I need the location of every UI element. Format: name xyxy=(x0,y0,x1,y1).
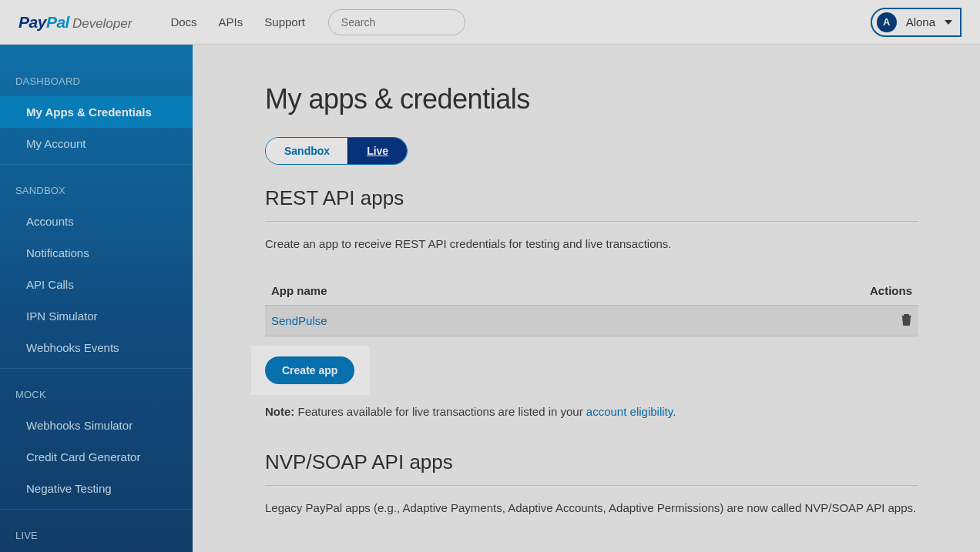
sidebar-item-api-calls[interactable]: API Calls xyxy=(0,269,193,300)
sidebar-item-my-apps[interactable]: My Apps & Credentials xyxy=(0,96,193,128)
sidebar-heading-sandbox: SANDBOX xyxy=(0,169,193,206)
main-content: My apps & credentials Sandbox Live REST … xyxy=(193,45,980,552)
sidebar-divider xyxy=(0,164,193,165)
col-app-name: App name xyxy=(265,276,628,306)
top-header: PayPal Developer Docs APIs Support A Alo… xyxy=(0,0,980,45)
col-actions: Actions xyxy=(628,276,918,306)
create-app-button[interactable]: Create app xyxy=(265,356,354,384)
sidebar-heading-live: LIVE xyxy=(0,514,193,550)
sidebar-item-accounts[interactable]: Accounts xyxy=(0,206,193,237)
trash-icon[interactable] xyxy=(901,313,912,328)
chevron-down-icon xyxy=(945,20,952,25)
logo-suffix: Developer xyxy=(72,16,133,32)
sidebar: DASHBOARD My Apps & Credentials My Accou… xyxy=(0,45,193,552)
account-eligibility-link[interactable]: account eligibility xyxy=(586,405,673,418)
sidebar-item-negative-testing[interactable]: Negative Testing xyxy=(0,473,193,504)
nvp-soap-desc: Legacy PayPal apps (e.g., Adaptive Payme… xyxy=(265,500,918,517)
nvp-soap-title: NVP/SOAP API apps xyxy=(265,450,918,486)
search-input[interactable] xyxy=(328,9,465,35)
sidebar-heading-dashboard: DASHBOARD xyxy=(0,60,193,96)
rest-api-title: REST API apps xyxy=(265,186,918,222)
apps-table: App name Actions SendPulse xyxy=(265,276,918,336)
sidebar-heading-mock: MOCK xyxy=(0,373,193,410)
user-name: Alona xyxy=(906,15,935,28)
note-prefix: Note: xyxy=(265,405,294,418)
sidebar-item-ipn-simulator[interactable]: IPN Simulator xyxy=(0,300,193,332)
sidebar-divider xyxy=(0,509,193,510)
nav-apis[interactable]: APIs xyxy=(219,15,243,28)
note-body: Features available for live transactions… xyxy=(294,405,586,418)
rest-api-desc: Create an app to receive REST API creden… xyxy=(265,236,918,253)
user-menu[interactable]: A Alona xyxy=(871,8,962,37)
create-app-highlight: Create app xyxy=(251,346,370,395)
sidebar-item-my-account[interactable]: My Account xyxy=(0,128,193,159)
app-link-sendpulse[interactable]: SendPulse xyxy=(271,314,327,327)
logo[interactable]: PayPal Developer xyxy=(18,13,132,32)
logo-part-2: Pal xyxy=(46,13,69,31)
nav-support[interactable]: Support xyxy=(264,15,305,28)
sidebar-item-credit-card-generator[interactable]: Credit Card Generator xyxy=(0,441,193,473)
table-row: SendPulse xyxy=(265,305,918,336)
top-nav: Docs APIs Support xyxy=(170,15,304,28)
logo-mark: PayPal xyxy=(18,13,69,32)
search-wrap xyxy=(328,9,465,35)
toggle-sandbox[interactable]: Sandbox xyxy=(266,138,348,164)
env-toggle: Sandbox Live xyxy=(265,137,408,165)
toggle-live[interactable]: Live xyxy=(348,138,407,164)
sidebar-divider xyxy=(0,368,193,369)
sidebar-item-notifications[interactable]: Notifications xyxy=(0,237,193,269)
avatar: A xyxy=(877,12,897,32)
sidebar-item-webhooks-simulator[interactable]: Webhooks Simulator xyxy=(0,410,193,441)
logo-part-1: Pay xyxy=(18,13,46,31)
note-suffix: . xyxy=(673,405,676,418)
sidebar-item-webhooks-events[interactable]: Webhooks Events xyxy=(0,332,193,363)
nav-docs[interactable]: Docs xyxy=(170,15,196,28)
note-text: Note: Features available for live transa… xyxy=(265,403,918,421)
page-title: My apps & credentials xyxy=(265,83,918,115)
